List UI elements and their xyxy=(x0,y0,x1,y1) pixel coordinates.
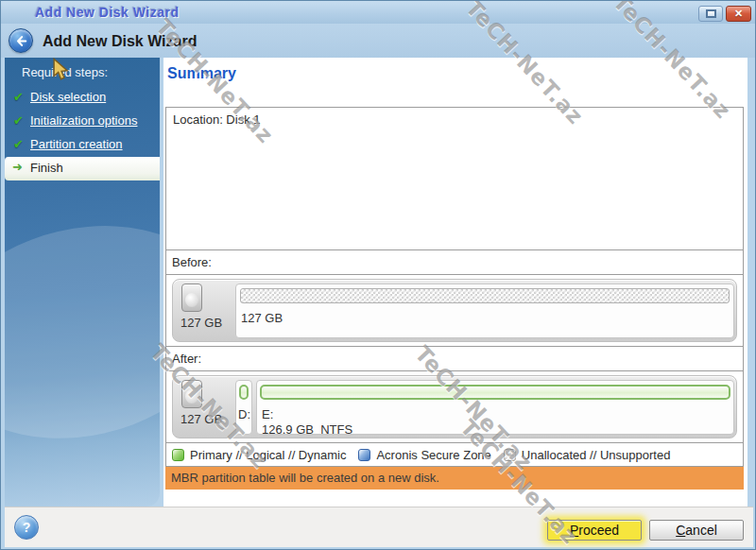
step-label[interactable]: Disk selection xyxy=(30,90,106,104)
before-label-row: Before: xyxy=(166,249,743,274)
check-icon: ✔ xyxy=(13,137,24,151)
partition-name: D: xyxy=(238,407,250,421)
sidebar-item-initialization-options[interactable]: ✔ Initialization options xyxy=(5,112,160,131)
secure-zone-swatch-icon xyxy=(358,449,370,461)
legend-label: Primary // Logical // Dynamic xyxy=(190,448,346,462)
check-icon: ✔ xyxy=(13,90,24,104)
close-icon: ✕ xyxy=(734,8,743,20)
unallocated-swatch-icon xyxy=(504,449,516,461)
legend-row: Primary // Logical // Dynamic Acronis Se… xyxy=(166,442,743,467)
before-disk-map: 127 GB 127 GB xyxy=(166,274,743,346)
unallocated-bar xyxy=(240,288,730,303)
title-bar: Add New Disk Wizard ✕ xyxy=(1,1,755,24)
page-title: Add New Disk Wizard xyxy=(43,33,197,50)
after-disk-map: 127 GB D: E: 126.9 GB NTFS xyxy=(166,370,743,442)
sidebar-item-disk-selection[interactable]: ✔ Disk selection xyxy=(5,89,160,108)
disk-capacity: 127 GB xyxy=(180,316,222,330)
location-section: Location: Disk 1 xyxy=(166,108,743,249)
disk-info: 127 GB xyxy=(180,380,233,437)
step-label[interactable]: Initialization options xyxy=(30,113,137,128)
window-title: Add New Disk Wizard xyxy=(35,5,180,20)
disk-panel: 127 GB 127 GB xyxy=(172,279,737,342)
step-label: Finish xyxy=(30,161,63,175)
partition-d: D: xyxy=(235,380,252,435)
check-icon: ✔ xyxy=(13,113,24,128)
wizard-header: Add New Disk Wizard xyxy=(1,24,755,58)
partition-e: E: 126.9 GB NTFS xyxy=(256,380,734,435)
cancel-button[interactable]: Cancel xyxy=(649,520,744,541)
disk-info: 127 GB xyxy=(180,284,233,340)
required-steps-heading: Required steps: xyxy=(22,65,108,79)
question-icon: ? xyxy=(23,520,31,535)
partition-details: 126.9 GB NTFS xyxy=(262,422,352,437)
partition-size-label: 127 GB xyxy=(241,311,283,325)
location-text: Location: Disk 1 xyxy=(173,112,261,127)
maximize-button[interactable] xyxy=(698,6,723,22)
legend-item-unallocated: Unallocated // Unsupported xyxy=(504,448,671,462)
summary-heading: Summary xyxy=(167,65,236,82)
maximize-icon xyxy=(706,9,716,18)
back-button[interactable] xyxy=(9,28,33,53)
banner-text: MBR partition table will be created on a… xyxy=(171,471,439,485)
sidebar-item-partition-creation[interactable]: ✔ Partition creation xyxy=(5,136,160,155)
partition-name: E: xyxy=(262,407,273,421)
current-step-arrow-icon: ➜ xyxy=(12,160,23,174)
primary-partition-bar xyxy=(239,385,249,400)
disk-capacity: 127 GB xyxy=(180,412,222,426)
legend-item-secure-zone: Acronis Secure Zone xyxy=(358,448,490,462)
summary-content-box: Location: Disk 1 Before: 127 GB 127 GB xyxy=(165,107,744,467)
close-button[interactable]: ✕ xyxy=(726,6,751,22)
legend-item-primary: Primary // Logical // Dynamic xyxy=(172,448,346,462)
unallocated-partition: 127 GB xyxy=(235,284,734,338)
mbr-warning-banner: MBR partition table will be created on a… xyxy=(165,467,744,490)
disk-panel: 127 GB D: E: 126.9 GB NTFS xyxy=(172,375,737,438)
hard-disk-icon xyxy=(181,284,202,312)
before-label: Before: xyxy=(172,255,212,269)
legend-label: Acronis Secure Zone xyxy=(376,448,490,462)
back-arrow-icon xyxy=(14,34,28,48)
steps-sidebar: Required steps: ✔ Disk selection ✔ Initi… xyxy=(5,58,160,507)
step-label[interactable]: Partition creation xyxy=(30,137,123,151)
hard-disk-icon xyxy=(181,380,202,408)
after-label: After: xyxy=(172,352,201,366)
legend-label: Unallocated // Unsupported xyxy=(522,448,671,462)
primary-partition-bar xyxy=(260,385,730,400)
footer-bar: ? Proceed Cancel xyxy=(5,507,753,547)
after-label-row: After: xyxy=(166,346,743,370)
wizard-window: Add New Disk Wizard ✕ Add New Disk Wizar… xyxy=(0,0,756,550)
summary-pane: Summary Location: Disk 1 Before: 127 GB … xyxy=(163,58,747,507)
sidebar-item-finish-current[interactable]: ➜ Finish xyxy=(5,157,160,180)
primary-swatch-icon xyxy=(172,449,184,461)
help-button[interactable]: ? xyxy=(14,515,39,540)
proceed-button[interactable]: Proceed xyxy=(547,520,642,541)
